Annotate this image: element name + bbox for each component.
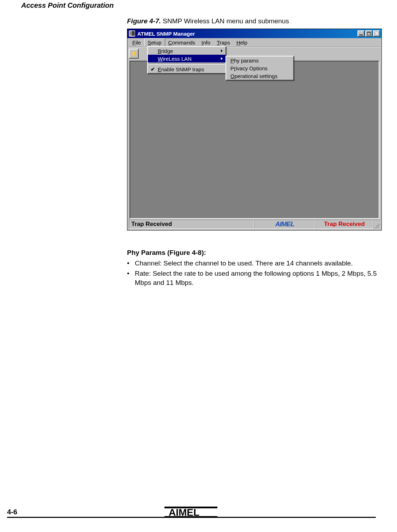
- minimize-icon: [359, 35, 363, 35]
- client-area: [130, 61, 379, 219]
- page-header: Access Point Configuration: [21, 1, 376, 10]
- status-logo-cell: AIMEL: [254, 220, 315, 229]
- check-icon: ✔: [151, 66, 155, 72]
- submenu-arrow-icon: [221, 57, 223, 60]
- bullet-item: • Rate: Select the rate to be used among…: [127, 269, 381, 287]
- submenu-privacy-options[interactable]: Privacy Options: [226, 64, 293, 72]
- title-bar: ATMEL SNMP Manager ✕: [127, 29, 381, 38]
- menu-item-enable-snmp-traps[interactable]: ✔ Enable SNMP traps: [148, 65, 225, 73]
- app-icon: [129, 30, 135, 37]
- menu-info[interactable]: Info: [199, 39, 214, 46]
- close-icon: ✕: [375, 32, 379, 35]
- atmel-logo: AIMEL: [162, 504, 222, 518]
- menu-file[interactable]: File: [130, 39, 144, 46]
- maximize-icon: [367, 32, 371, 35]
- window-controls: ✕: [357, 30, 380, 37]
- menu-item-bridge[interactable]: Bridge: [148, 47, 225, 55]
- menu-separator: [149, 63, 225, 65]
- atmel-logo-small: AIMEL: [275, 220, 294, 228]
- setup-dropdown: Bridge WireLess LAN ✔ Enable SNMP traps: [147, 46, 226, 74]
- figure-caption: Figure 4-7. SNMP Wireless LAN menu and s…: [127, 17, 376, 25]
- lightning-icon: ⚡: [130, 50, 138, 58]
- wireless-lan-submenu: Phy params Privacy Options Operational s…: [225, 56, 294, 80]
- menu-help[interactable]: Help: [234, 39, 251, 46]
- maximize-button[interactable]: [365, 30, 372, 37]
- bullet-text: Channel: Select the channel to be used. …: [135, 259, 353, 268]
- menu-commands[interactable]: Commands: [165, 39, 199, 46]
- bullet-item: • Channel: Select the channel to be used…: [127, 259, 381, 268]
- figure-caption-text: SNMP Wireless LAN menu and submenus: [161, 17, 289, 25]
- body-text: Phy Params (Figure 4-8): • Channel: Sele…: [127, 248, 381, 287]
- figure-label: Figure 4-7.: [127, 17, 161, 25]
- bullet-marker: •: [127, 269, 135, 287]
- submenu-operational-settings[interactable]: Operational settings: [226, 72, 293, 80]
- bullet-marker: •: [127, 259, 135, 268]
- status-text-right: Trap Received: [315, 220, 373, 229]
- status-text-left: Trap Received: [129, 220, 254, 229]
- bullet-text: Rate: Select the rate to be used among t…: [135, 269, 381, 287]
- toolbar-button[interactable]: ⚡: [129, 49, 139, 59]
- menu-setup[interactable]: Setup: [144, 38, 165, 46]
- close-button[interactable]: ✕: [373, 30, 380, 37]
- app-window: ATMEL SNMP Manager ✕ File Setup Commands…: [127, 29, 382, 231]
- menu-bar: File Setup Commands Info Traps Help: [127, 38, 381, 47]
- page-footer: AIMEL 4-6: [7, 517, 376, 518]
- menu-item-wireless-lan[interactable]: WireLess LAN: [148, 55, 225, 62]
- status-bar: Trap Received AIMEL Trap Received: [129, 220, 380, 229]
- submenu-phy-params[interactable]: Phy params: [226, 56, 293, 64]
- resize-grip[interactable]: [373, 220, 380, 229]
- body-heading: Phy Params (Figure 4-8):: [127, 248, 381, 257]
- minimize-button[interactable]: [357, 30, 365, 37]
- submenu-arrow-icon: [221, 49, 223, 52]
- window-title: ATMEL SNMP Manager: [137, 31, 357, 37]
- menu-traps[interactable]: Traps: [214, 39, 234, 46]
